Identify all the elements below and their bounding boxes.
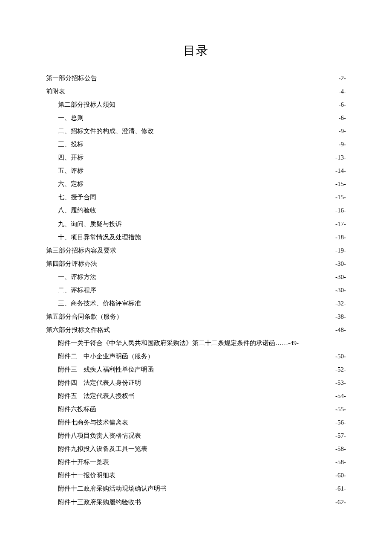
toc-dot-leader: [135, 392, 334, 398]
toc-entry: 七、授予合同-15-: [46, 191, 346, 204]
toc-entry-page: -60-: [334, 469, 346, 482]
toc-dot-leader: [116, 246, 334, 253]
toc-dot-leader: [128, 418, 334, 424]
toc-entry: 附件一关于符合《中华人民共和国政府采购法》第二十二条规定条件的承诺函……-49-: [46, 337, 346, 350]
toc-dot-leader: [97, 259, 334, 266]
toc-entry-page: -55-: [334, 403, 346, 416]
toc-entry: 第五部分合同条款（服务）-38-: [46, 310, 346, 323]
toc-dot-leader: [115, 471, 334, 477]
toc-entry-page: -15-: [334, 177, 346, 191]
toc-entry-label: 附件六投标函: [58, 403, 96, 416]
toc-entry-label: 十、项目异常情况及处理措施: [58, 231, 141, 244]
toc-entry-label: 附件十二政府采购活动现场确认声明书: [58, 482, 167, 495]
toc-entry-label: 一、总则: [58, 111, 84, 125]
toc-entry: 第二部分投标人须知-6-: [46, 98, 346, 111]
toc-entry-page: -56-: [334, 416, 346, 429]
toc-dot-leader: [84, 140, 338, 146]
toc-dot-leader: [97, 74, 338, 80]
toc-entry-label: 六、定标: [58, 177, 84, 191]
toc-entry-page: -18-: [334, 231, 346, 244]
toc-entry-label: 三、投标: [58, 138, 84, 151]
toc-entry: 一、评标方法-30-: [46, 270, 346, 284]
toc-entry-page: -30-: [334, 284, 346, 297]
toc-entry-page: -61-: [334, 482, 346, 495]
toc-entry: 三、商务技术、价格评审标准-32-: [46, 297, 346, 310]
toc-entry-page: -38-: [334, 310, 346, 323]
toc-entry-page: -6-: [338, 111, 346, 125]
toc-entry-page: -30-: [334, 257, 346, 270]
toc-entry-label: 五、评标: [58, 164, 84, 177]
toc-entry: 三、投标-9-: [46, 138, 346, 151]
toc-entry-label: 附件九拟投入设备及工具一览表: [58, 442, 147, 456]
toc-entry-label: 附件八项目负责人资格情况表: [58, 429, 141, 442]
toc-entry: 五、评标-14-: [46, 164, 346, 177]
toc-entry: 附件四 法定代表人身份证明-53-: [46, 376, 346, 389]
toc-dot-leader: [109, 458, 334, 464]
toc-entry: 六、定标-15-: [46, 177, 346, 191]
toc-dot-leader: [154, 127, 338, 133]
toc-entry-label: 附件十开标一览表: [58, 456, 109, 469]
toc-entry-label: 七、授予合同: [58, 191, 96, 204]
toc-entry: 九、询问、质疑与投诉-17-: [46, 218, 346, 231]
toc-entry-label: 三、商务技术、价格评审标准: [58, 297, 141, 310]
toc-dot-leader: [96, 206, 334, 212]
toc-dot-leader: [141, 431, 334, 438]
toc-entry-label: 附件十一报价明细表: [58, 469, 115, 482]
toc-entry: 附件二 中小企业声明函（服务）-50-: [46, 350, 346, 363]
toc-entry-label: 八、履约验收: [58, 204, 96, 217]
toc-entry-label: 附件五 法定代表人授权书: [58, 389, 135, 403]
toc-dot-leader: [65, 87, 338, 93]
toc-entry: 附件十二政府采购活动现场确认声明书-61-: [46, 482, 346, 495]
toc-dot-leader: [123, 312, 334, 319]
toc-entry: 四、开标-13-: [46, 151, 346, 164]
toc-dot-leader: [147, 445, 334, 451]
toc-entry: 附件十一报价明细表-60-: [46, 469, 346, 482]
toc-entry-page: -53-: [334, 376, 346, 389]
toc-entry: 第一部分招标公告-2-: [46, 72, 346, 85]
toc-dot-leader: [84, 153, 334, 160]
toc-entry-label: 附件二 中小企业声明函（服务）: [58, 350, 154, 363]
toc-entry-label: 一、评标方法: [58, 270, 96, 284]
toc-entry-page: -17-: [334, 218, 346, 231]
toc-entry-label: 第三部分招标内容及要求: [46, 244, 116, 257]
toc-entry-page: -2-: [338, 72, 346, 85]
toc-dot-leader: [96, 193, 334, 199]
toc-entry-page: -19-: [334, 244, 346, 257]
toc-entry-page: -9-: [338, 125, 346, 138]
toc-entry-label: 九、询问、质疑与投诉: [58, 218, 122, 231]
toc-dot-leader: [154, 365, 334, 372]
toc-entry-page: -58-: [334, 456, 346, 469]
toc-entry-label: 二、评标程序: [58, 284, 96, 297]
toc-entry-page: -52-: [334, 363, 346, 376]
toc-entry-label: 附件四 法定代表人身份证明: [58, 376, 141, 389]
document-page: 目录 第一部分招标公告-2-前附表-4-第二部分投标人须知-6-一、总则-6-二…: [0, 0, 392, 535]
toc-entry: 十、项目异常情况及处理措施-18-: [46, 231, 346, 244]
toc-dot-leader: [167, 484, 334, 491]
toc-entry-page: -6-: [338, 98, 346, 111]
toc-entry-label: 第二部分投标人须知: [58, 98, 115, 111]
toc-dot-leader: [141, 498, 334, 504]
toc-entry-page: -15-: [334, 191, 346, 204]
toc-entry: 八、履约验收-16-: [46, 204, 346, 217]
toc-entry: 第三部分招标内容及要求-19-: [46, 244, 346, 257]
toc-entry-label: 四、开标: [58, 151, 84, 164]
toc-entry: 二、招标文件的构成、澄清、修改-9-: [46, 125, 346, 138]
toc-dot-leader: [122, 220, 334, 226]
toc-entry: 附件六投标函-55-: [46, 403, 346, 416]
toc-entry-label: 附件七商务与技术偏离表: [58, 416, 128, 429]
toc-dot-leader: [141, 233, 334, 239]
toc-entry-page: -48-: [334, 323, 346, 337]
toc-entry-page: -32-: [334, 297, 346, 310]
table-of-contents: 第一部分招标公告-2-前附表-4-第二部分投标人须知-6-一、总则-6-二、招标…: [46, 72, 346, 509]
toc-title: 目录: [46, 43, 346, 59]
toc-dot-leader: [141, 299, 334, 305]
toc-entry: 二、评标程序-30-: [46, 284, 346, 297]
toc-entry-label: 第六部分投标文件格式: [46, 323, 110, 337]
toc-entry: 附件七商务与技术偏离表-56-: [46, 416, 346, 429]
toc-entry: 附件三 残疾人福利性单位声明函-52-: [46, 363, 346, 376]
toc-entry: 一、总则-6-: [46, 111, 346, 125]
toc-entry-page: -30-: [334, 270, 346, 284]
toc-dot-leader: [96, 405, 334, 411]
toc-dot-leader: [96, 286, 334, 292]
toc-entry: 前附表-4-: [46, 85, 346, 98]
